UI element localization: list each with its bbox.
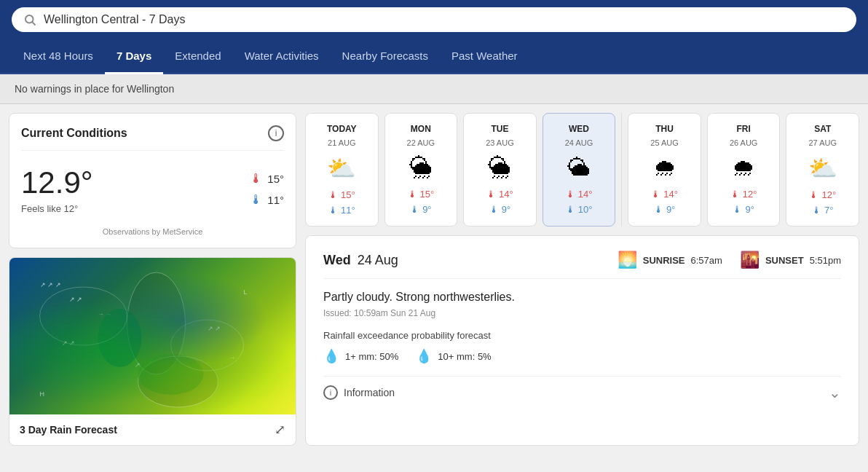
detail-panel: Wed 24 Aug 🌅 SUNRISE 6:57am 🌇 SUNSET 5:5…	[305, 235, 859, 446]
left-panel: Current Conditions i 12.9° Feels like 12…	[9, 113, 296, 446]
forecast-card-today[interactable]: TODAY 21 AUG ⛅ 🌡 15° 🌡 11°	[305, 113, 379, 227]
forecast-card-sat[interactable]: SAT 27 AUG ⛅ 🌡 12° 🌡 7°	[786, 113, 859, 227]
fc-high-mon: 🌡 15°	[408, 189, 435, 200]
weather-icon-thu: 🌧	[653, 154, 676, 181]
fc-low-wed: 🌡 10°	[566, 204, 593, 215]
observations-credit: Observations by MetService	[21, 227, 284, 236]
weather-icon-fri: 🌧	[732, 154, 755, 181]
fc-low-mon: 🌡 9°	[410, 204, 431, 215]
therm-high-icon-tue: 🌡	[486, 189, 496, 200]
svg-point-0	[25, 15, 33, 23]
sunrise-time: 6:57am	[691, 255, 722, 266]
fc-low-sat: 🌡 7°	[812, 205, 833, 216]
therm-high-icon-sat: 🌡	[809, 189, 818, 200]
therm-low-icon-fri: 🌡	[733, 204, 742, 215]
therm-low-icon-tue: 🌡	[489, 204, 499, 215]
forecast-card-wed[interactable]: WED 24 AUG 🌥 🌡 14° 🌡 10°	[542, 113, 616, 227]
fc-low-thu: 🌡 9°	[654, 204, 675, 215]
fc-date-tue: 23 AUG	[486, 138, 514, 147]
tab-next-48-hours[interactable]: Next 48 Hours	[12, 39, 105, 74]
therm-low-icon-sat: 🌡	[812, 205, 821, 216]
fc-day-tue: TUE	[491, 124, 508, 134]
search-bar[interactable]	[12, 7, 856, 32]
header	[0, 0, 868, 39]
forecast-card-tue[interactable]: TUE 23 AUG 🌦 🌡 14° 🌡 9°	[463, 113, 537, 227]
chevron-down-icon[interactable]: ⌄	[829, 384, 841, 401]
fc-date-fri: 26 AUG	[730, 138, 758, 147]
weather-icon-today: ⛅	[327, 154, 356, 182]
feels-like: Feels like 12°	[21, 203, 93, 214]
weather-icon-sat: ⛅	[808, 154, 837, 182]
detail-header: Wed 24 Aug 🌅 SUNRISE 6:57am 🌇 SUNSET 5:5…	[323, 251, 841, 279]
warning-text: No warnings in place for Wellington	[15, 83, 174, 95]
rainfall-1mm-text: 1+ mm: 50%	[345, 351, 398, 362]
cc-hi-lo: 🌡 15° 🌡 11°	[250, 165, 284, 208]
weather-icon-tue: 🌦	[488, 154, 511, 181]
forecast-card-mon[interactable]: MON 22 AUG 🌦 🌡 15° 🌡 9°	[384, 113, 458, 227]
fc-date-thu: 25 AUG	[650, 138, 679, 147]
sun-info: 🌅 SUNRISE 6:57am 🌇 SUNSET 5:51pm	[618, 251, 841, 270]
cc-title: Current Conditions	[21, 127, 127, 140]
fc-day-mon: MON	[411, 124, 431, 134]
rainfall-10mm: 💧 10+ mm: 5%	[416, 348, 491, 364]
information-link[interactable]: i Information	[323, 385, 395, 400]
right-panel: TODAY 21 AUG ⛅ 🌡 15° 🌡 11° MON 22 AUG 🌦	[305, 113, 859, 446]
fc-high-fri: 🌡 12°	[730, 189, 757, 200]
sunrise-icon: 🌅	[618, 251, 637, 270]
rain-map: ↗ ↗ ↗ ↗ ↗ → → ↗ ↗ ↗ ↗ → ↗ H L	[9, 258, 296, 414]
fc-low-today: 🌡 11°	[328, 205, 355, 216]
therm-low-icon-mon: 🌡	[410, 204, 419, 215]
rain-map-overlay	[9, 258, 296, 414]
therm-high-icon-fri: 🌡	[730, 189, 740, 200]
fc-day-thu: THU	[655, 124, 674, 134]
current-conditions-card: Current Conditions i 12.9° Feels like 12…	[9, 113, 296, 248]
rain-forecast-card: ↗ ↗ ↗ ↗ ↗ → → ↗ ↗ ↗ ↗ → ↗ H L	[9, 257, 296, 446]
high-temp: 15°	[267, 173, 284, 185]
fc-date-sat: 27 AUG	[808, 138, 837, 147]
detail-date: Wed 24 Aug	[323, 253, 398, 268]
expand-icon[interactable]: ⤢	[275, 422, 285, 438]
tab-extended[interactable]: Extended	[163, 39, 232, 74]
fc-day-fri: FRI	[737, 124, 751, 134]
rain-forecast-title: 3 Day Rain Forecast	[20, 424, 117, 436]
fc-date-wed: 24 AUG	[565, 138, 593, 147]
search-input[interactable]	[44, 13, 845, 26]
tab-7-days[interactable]: 7 Days	[105, 39, 163, 74]
forecast-card-thu[interactable]: THU 25 AUG 🌧 🌡 14° 🌡 9°	[628, 113, 701, 227]
sunrise-label: SUNRISE	[643, 255, 685, 266]
tab-water-activities[interactable]: Water Activities	[233, 39, 331, 74]
fc-high-today: 🌡 15°	[328, 189, 355, 200]
conditions-info-button[interactable]: i	[268, 125, 284, 141]
fc-day-today: TODAY	[327, 124, 357, 134]
tab-nearby-forecasts[interactable]: Nearby Forecasts	[331, 39, 440, 74]
fc-high-thu: 🌡 14°	[651, 189, 678, 200]
nav-tabs: Next 48 Hours 7 Days Extended Water Acti…	[0, 39, 868, 74]
information-icon: i	[323, 385, 338, 400]
forecast-row: TODAY 21 AUG ⛅ 🌡 15° 🌡 11° MON 22 AUG 🌦	[305, 113, 859, 227]
sunrise-item: 🌅 SUNRISE 6:57am	[618, 251, 722, 270]
cc-temps: 12.9° Feels like 12° 🌡 15° 🌡 11°	[21, 160, 284, 220]
tab-past-weather[interactable]: Past Weather	[440, 39, 529, 74]
forecast-card-fri[interactable]: FRI 26 AUG 🌧 🌡 12° 🌡 9°	[707, 113, 781, 227]
fc-date-today: 21 AUG	[328, 138, 356, 147]
therm-high-icon-thu: 🌡	[651, 189, 660, 200]
fc-day-sat: SAT	[814, 124, 831, 134]
weather-icon-mon: 🌦	[409, 154, 433, 181]
therm-low-icon-thu: 🌡	[654, 204, 663, 215]
forecast-separator	[621, 113, 622, 227]
rain-title-bar: 3 Day Rain Forecast ⤢	[9, 414, 296, 445]
therm-low-icon: 🌡	[328, 205, 338, 216]
main-layout: Current Conditions i 12.9° Feels like 12…	[0, 104, 868, 455]
fc-high-sat: 🌡 12°	[809, 189, 836, 200]
therm-low-icon-wed: 🌡	[566, 204, 575, 215]
fc-date-mon: 22 AUG	[407, 138, 435, 147]
information-label: Information	[344, 387, 395, 398]
cc-left: 12.9° Feels like 12°	[21, 165, 93, 214]
fc-low-tue: 🌡 9°	[489, 204, 510, 215]
low-temp: 11°	[267, 194, 284, 206]
info-row: i Information ⌄	[323, 376, 841, 401]
therm-high-icon: 🌡	[328, 189, 338, 200]
rainfall-1mm: 💧 1+ mm: 50%	[323, 348, 398, 364]
sunset-time: 5:51pm	[810, 255, 841, 266]
fc-low-fri: 🌡 9°	[733, 204, 754, 215]
